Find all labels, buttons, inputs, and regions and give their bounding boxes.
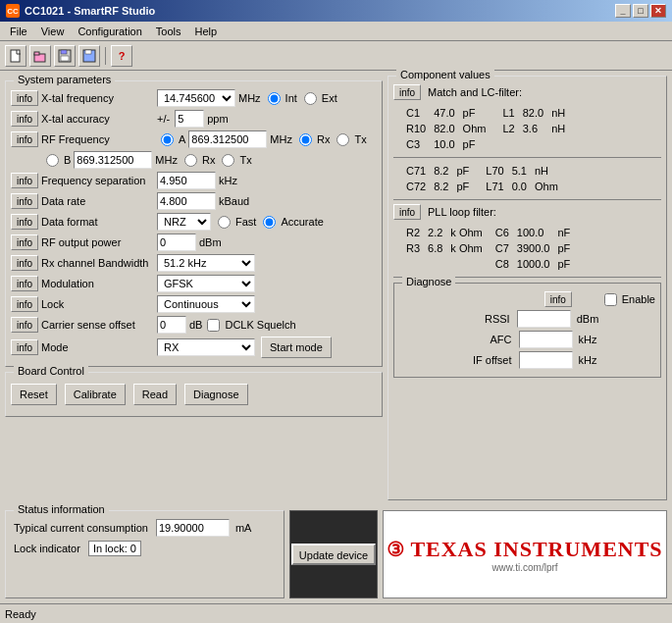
rx-bw-select[interactable]: 51.2 kHz [157, 254, 255, 272]
freq-sep-input[interactable] [157, 172, 216, 189]
system-params-panel: System parameters info X-tal frequency 1… [5, 80, 383, 367]
menu-help[interactable]: Help [189, 25, 224, 38]
minimize-button[interactable]: _ [615, 4, 631, 18]
data-fast-label: Fast [235, 216, 256, 228]
data-format-info-btn[interactable]: info [11, 214, 38, 230]
rf-a-radio[interactable] [161, 133, 174, 146]
reset-btn[interactable]: Reset [11, 384, 57, 405]
current-value-input[interactable] [156, 519, 230, 537]
xtal-ext-radio[interactable] [304, 92, 317, 105]
help-button[interactable]: ? [111, 45, 132, 67]
menu-view[interactable]: View [35, 25, 71, 38]
rf-freq-b-row: B MHz Rx Tx [11, 151, 377, 169]
modulation-select[interactable]: GFSK [157, 275, 255, 292]
rf-b-rx-radio[interactable] [184, 154, 197, 167]
rf-freq-b-input[interactable] [74, 151, 152, 169]
xtal-freq-select[interactable]: 14.745600 [157, 89, 235, 107]
carrier-sense-input[interactable] [157, 316, 186, 334]
l2-value: 3.6 [520, 122, 546, 135]
rx-bw-info-btn[interactable]: info [11, 255, 38, 271]
diagnose-btn[interactable]: Diagnose [184, 384, 247, 405]
data-accurate-radio[interactable] [263, 216, 276, 229]
match-lc-info-btn[interactable]: info [393, 84, 421, 100]
afc-row: AFC kHz [399, 331, 655, 348]
r2-unit: k Ohm [447, 226, 490, 239]
update-device-btn[interactable]: Update device [291, 544, 376, 565]
lock-info-btn[interactable]: info [11, 296, 38, 312]
main-content: System parameters info X-tal frequency 1… [0, 71, 672, 505]
modulation-info-btn[interactable]: info [11, 276, 38, 291]
menu-configuration[interactable]: Configuration [72, 25, 147, 38]
rf-b-tx-radio[interactable] [222, 154, 234, 167]
freq-sep-label: Frequency separation [41, 175, 154, 186]
rf-b-radio[interactable] [46, 154, 59, 167]
data-rate-unit: kBaud [219, 195, 249, 207]
rx-bw-row: info Rx channel Bandwidth 51.2 kHz [11, 254, 377, 272]
dclk-squelch-checkbox[interactable] [207, 319, 220, 332]
rf-power-input[interactable] [157, 234, 196, 251]
data-rate-info-btn[interactable]: info [11, 193, 38, 209]
diagnose-panel: Diagnose info Enable RSSI dBm AFC kHz [393, 283, 661, 378]
calibrate-btn[interactable]: Calibrate [65, 384, 126, 405]
data-fast-radio[interactable] [218, 216, 231, 229]
xtal-acc-prefix: +/- [157, 113, 170, 125]
lock-indicator-value: In lock: 0 [88, 541, 141, 556]
save-button[interactable] [78, 45, 100, 67]
xtal-acc-info-btn[interactable]: info [11, 111, 38, 127]
toolbar: ? [0, 41, 672, 71]
close-button[interactable]: ✕ [650, 4, 666, 18]
rssi-input[interactable] [517, 310, 571, 328]
diagnose-info-btn[interactable]: info [544, 291, 572, 307]
c6-unit: nF [554, 226, 573, 239]
save-as-button[interactable] [54, 45, 76, 67]
afc-unit: kHz [579, 334, 597, 345]
mode-select[interactable]: RX [157, 338, 255, 356]
menu-file[interactable]: File [4, 25, 33, 38]
afc-input[interactable] [519, 331, 573, 348]
xtal-int-radio[interactable] [268, 92, 281, 105]
title-bar-buttons: _ □ ✕ [615, 4, 666, 18]
mode-info-btn[interactable]: info [11, 339, 38, 355]
rf-a-tx-radio[interactable] [336, 133, 349, 146]
xtal-acc-label: X-tal accuracy [41, 113, 154, 125]
c72-value: 8.2 [431, 180, 451, 193]
pll-header: info PLL loop filter: [393, 204, 661, 220]
maximize-button[interactable]: □ [633, 4, 648, 18]
data-format-row: info Data format NRZ Fast Accurate [11, 213, 377, 231]
menu-bar: File View Configuration Tools Help [0, 22, 672, 41]
if-offset-input[interactable] [519, 351, 573, 369]
ti-logo-text: TEXAS INSTRUMENTS [410, 537, 662, 562]
freq-sep-info-btn[interactable]: info [11, 173, 38, 188]
menu-tools[interactable]: Tools [150, 25, 187, 38]
mode-label: Mode [41, 341, 154, 353]
l70-value: 5.1 [509, 164, 530, 178]
open-button[interactable] [29, 45, 51, 67]
rf-a-rx-radio[interactable] [299, 133, 312, 146]
read-btn[interactable]: Read [133, 384, 177, 405]
xtal-acc-input[interactable] [175, 110, 204, 128]
pll-table: R2 2.2 k Ohm C6 100.0 nF R3 6.8 k Ohm C7… [401, 224, 575, 273]
rf-power-info-btn[interactable]: info [11, 234, 38, 250]
data-format-select[interactable]: NRZ [157, 213, 211, 231]
new-button[interactable] [5, 45, 26, 67]
lock-select[interactable]: Continuous [157, 295, 255, 313]
carrier-sense-info-btn[interactable]: info [11, 317, 38, 333]
rf-freq-a-input[interactable] [188, 130, 267, 148]
xtal-acc-unit: ppm [207, 113, 228, 125]
diagnose-enable-checkbox[interactable] [604, 293, 617, 306]
pll-info-btn[interactable]: info [393, 204, 421, 220]
lock-label: Lock [41, 298, 154, 310]
l1-value: 82.0 [520, 106, 546, 120]
rf-freq-info-btn[interactable]: info [11, 131, 38, 147]
afc-label: AFC [458, 334, 512, 345]
start-mode-btn[interactable]: Start mode [261, 337, 332, 358]
table-row: R2 2.2 k Ohm C6 100.0 nF [403, 226, 573, 239]
data-rate-input[interactable] [157, 192, 216, 210]
l1-name: L1 [499, 106, 517, 120]
rf-power-row: info RF output power dBm [11, 234, 377, 251]
match-lc-label: Match and LC-filter: [428, 86, 522, 98]
current-label: Typical current consumption [14, 522, 148, 534]
xtal-freq-info-btn[interactable]: info [11, 90, 38, 106]
bottom-section: Status information Typical current consu… [0, 505, 672, 603]
if-offset-unit: kHz [579, 354, 597, 366]
